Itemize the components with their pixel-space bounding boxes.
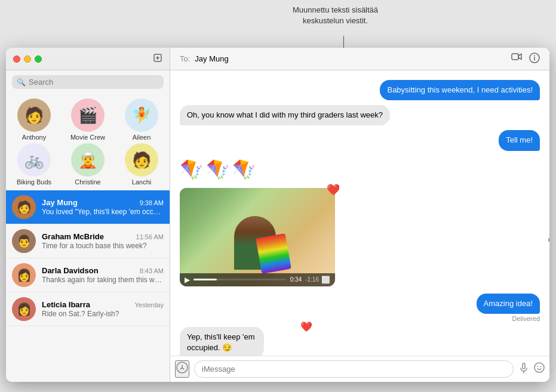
conv-details-darla-davidson: Darla Davidson8:43 AMThanks again for ta… [42, 266, 164, 284]
avatar-label-moviecrew: Movie Crew [70, 134, 105, 141]
search-icon: 🔍 [17, 78, 26, 87]
conv-details-graham-mcbride: Graham McBride11:56 AMTime for a touch b… [42, 232, 164, 250]
minimize-button[interactable] [24, 55, 31, 63]
message-text-7: Yep, this'll keep 'em occupied. 😏 [187, 332, 255, 352]
conv-avatar-jay-mung: 🧑 [12, 195, 36, 219]
conv-name-graham-mcbride: Graham McBride [42, 232, 104, 241]
kite-emojis: 🪁 🪁 🪁 [180, 156, 256, 183]
avatar-item-lanchi[interactable]: 🧑Lanchi [116, 143, 167, 186]
avatar-item-anthony[interactable]: 🧑Anthony [8, 98, 60, 141]
message-text-2: Oh, you know what I did with my third gr… [187, 110, 383, 119]
screen-icon[interactable]: ⬜ [321, 276, 330, 284]
avatar-item-bikingbuds[interactable]: 🚲Biking Buds [8, 143, 60, 186]
conv-preview-leticia-ibarra: Ride on Sat.? Early-ish? [42, 310, 164, 318]
svg-point-6 [535, 363, 544, 372]
traffic-lights [13, 55, 42, 63]
message-text-1: Babysitting this weekend, I need activit… [387, 85, 533, 94]
conv-time-leticia-ibarra: Yesterday [134, 301, 164, 308]
conv-preview-graham-mcbride: Time for a touch base this week? [42, 242, 164, 250]
chat-area: To: Jay Mung [170, 48, 549, 382]
avatar-item-aileen[interactable]: 🧚Aileen [116, 98, 167, 141]
fullscreen-button[interactable] [35, 55, 42, 63]
conv-time-darla-davidson: 8:43 AM [140, 267, 164, 274]
message-bubble-2: Oh, you know what I did with my third gr… [180, 105, 390, 125]
kite-1: 🪁 [180, 158, 204, 181]
conv-avatar-darla-davidson: 👩 [12, 263, 36, 287]
message-bubble-3: Tell me! [499, 130, 540, 150]
avatar-label-anthony: Anthony [22, 134, 46, 141]
conv-time-graham-mcbride: 11:56 AM [136, 233, 164, 240]
avatar-item-christine[interactable]: 🧝Christine [62, 143, 113, 186]
conv-name-jay-mung: Jay Mung [42, 198, 78, 207]
conv-name-leticia-ibarra: Leticia Ibarra [42, 300, 90, 309]
avatar-anthony: 🧑 [17, 98, 51, 132]
message-row-2: Oh, you know what I did with my third gr… [180, 105, 540, 125]
message-text-6: Amazing idea! [484, 299, 533, 308]
annotation-top-text: Muunnettu teksti sisältää keskustelun vi… [293, 5, 378, 25]
input-bar [170, 356, 549, 382]
share-button[interactable] [547, 232, 549, 244]
kite-3: 🪁 [232, 158, 256, 181]
conversation-item-graham-mcbride[interactable]: 👨Graham McBride11:56 AMTime for a touch … [6, 224, 170, 258]
avatar-label-bikingbuds: Biking Buds [17, 178, 51, 186]
progress-fill [193, 279, 217, 280]
video-call-icon[interactable] [511, 53, 522, 66]
svg-point-8 [540, 366, 542, 368]
conv-name-darla-davidson: Darla Davidson [42, 266, 99, 275]
video-reaction: ❤️ [327, 183, 340, 196]
avatar-label-aileen: Aileen [133, 134, 151, 141]
svg-point-7 [537, 366, 539, 368]
app-store-button[interactable] [175, 360, 189, 378]
message-input[interactable] [194, 360, 514, 378]
message-reaction: ❤️ [300, 321, 312, 332]
svg-rect-1 [512, 54, 518, 60]
conv-avatar-graham-mcbride: 👨 [12, 229, 36, 253]
avatar-aileen: 🧚 [125, 98, 158, 132]
info-icon[interactable] [529, 53, 540, 66]
message-text-3: Tell me! [506, 135, 533, 144]
chat-header: To: Jay Mung [170, 48, 549, 70]
avatar-label-lanchi: Lanchi [132, 178, 151, 186]
time-elapsed: 0:34 [290, 276, 302, 283]
conversation-list: 🧑Jay Mung9:38 AMYou loved "Yep, this'll … [6, 190, 170, 382]
video-message: ▶ 0:34 -1:16 ⬜ [180, 188, 335, 286]
progress-bar[interactable] [193, 279, 287, 280]
delivered-label: Delivered [512, 315, 540, 322]
message-row-5: ▶ 0:34 -1:16 ⬜ [180, 188, 540, 289]
avatar-item-moviecrew[interactable]: 🎬Movie Crew [62, 98, 113, 141]
emoji-button[interactable] [534, 362, 545, 376]
svg-point-3 [534, 55, 535, 56]
message-bubble-6: Amazing idea! [477, 294, 540, 314]
conv-preview-jay-mung: You loved "Yep, this'll keep 'em occupie… [42, 208, 164, 216]
compose-button[interactable] [153, 53, 162, 65]
video-icons: -1:16 ⬜ [305, 276, 330, 284]
close-button[interactable] [13, 55, 20, 63]
conversation-item-leticia-ibarra[interactable]: 👩Leticia IbarraYesterdayRide on Sat.? Ea… [6, 292, 170, 326]
conv-details-jay-mung: Jay Mung9:38 AMYou loved "Yep, this'll k… [42, 198, 164, 216]
conv-details-leticia-ibarra: Leticia IbarraYesterdayRide on Sat.? Ear… [42, 300, 164, 318]
conv-preview-darla-davidson: Thanks again for taking them this weeken… [42, 276, 164, 284]
play-button[interactable]: ▶ [185, 276, 190, 284]
avatar-moviecrew: 🎬 [71, 98, 105, 132]
sidebar: 🔍 🧑Anthony🎬Movie Crew🧚Aileen🚲Biking Buds… [6, 48, 170, 382]
message-row-6: Amazing idea! Delivered [180, 294, 540, 322]
avatar-bikingbuds: 🚲 [17, 143, 51, 177]
to-label: To: [180, 54, 190, 63]
conversation-item-darla-davidson[interactable]: 👩Darla Davidson8:43 AMThanks again for t… [6, 258, 170, 292]
message-row-1: Babysitting this weekend, I need activit… [180, 80, 540, 100]
kite-2: 🪁 [206, 158, 230, 181]
message-row-4: 🪁 🪁 🪁 [180, 156, 540, 183]
message-row-3: Tell me! [180, 130, 540, 150]
conversation-item-jay-mung[interactable]: 🧑Jay Mung9:38 AMYou loved "Yep, this'll … [6, 190, 170, 224]
search-bar[interactable]: 🔍 [12, 75, 164, 89]
video-container: ▶ 0:34 -1:16 ⬜ [180, 188, 335, 286]
audio-input-button[interactable] [518, 363, 529, 376]
avatar-grid: 🧑Anthony🎬Movie Crew🧚Aileen🚲Biking Buds🧝C… [6, 94, 170, 190]
avatar-label-christine: Christine [75, 178, 100, 186]
titlebar [6, 48, 170, 70]
search-input[interactable] [29, 78, 159, 87]
messages-window: 🔍 🧑Anthony🎬Movie Crew🧚Aileen🚲Biking Buds… [6, 48, 549, 382]
svg-rect-5 [523, 363, 525, 369]
chat-header-icons [511, 53, 540, 66]
avatar-lanchi: 🧑 [125, 143, 158, 177]
